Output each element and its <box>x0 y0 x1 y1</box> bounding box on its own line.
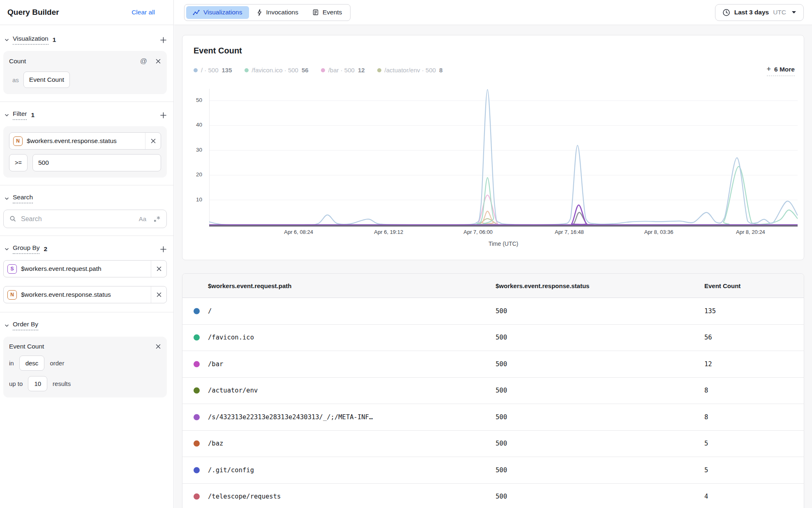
plus-icon: + <box>767 65 771 74</box>
sidebar-header: Query Builder Clear all <box>0 0 173 25</box>
table-row[interactable]: /500135 <box>182 298 804 325</box>
results-table-card: $workers.event.request.path $workers.eve… <box>182 273 804 508</box>
group-by-count: 2 <box>44 245 47 253</box>
time-range-label: Last 3 days <box>734 9 769 16</box>
cell-event-count: 4 <box>704 493 708 500</box>
tab-visualizations[interactable]: Visualizations <box>186 6 249 19</box>
tab-label: Visualizations <box>203 9 242 16</box>
cell-response-status: 500 <box>496 413 507 421</box>
series-color-dot <box>194 467 200 473</box>
group-by-field-1[interactable]: S $workers.event.request.path <box>3 260 167 277</box>
add-visualization-button[interactable] <box>160 37 167 44</box>
series-dot-icon <box>245 68 249 72</box>
search-section-header: Search <box>4 194 167 203</box>
remove-group-by-button[interactable] <box>151 261 166 277</box>
sort-direction-select[interactable]: desc <box>19 356 45 371</box>
order-by-section-header: Order By <box>4 321 167 330</box>
table-row[interactable]: /actuator/env5008 <box>182 378 804 404</box>
time-range-select[interactable]: Last 3 days UTC <box>715 4 804 21</box>
cell-response-status: 500 <box>496 360 507 368</box>
order-by-card: Event Count in desc order up to 10 resul… <box>3 337 167 397</box>
group-by-section-header: Group By 2 <box>4 244 167 254</box>
cell-event-count: 5 <box>704 440 708 447</box>
legend-item[interactable]: /favicon.ico · 50056 <box>245 67 309 74</box>
remove-group-by-button[interactable] <box>151 286 166 303</box>
cell-response-status: 500 <box>496 440 507 447</box>
x-axis-tick: Apr 7, 16:48 <box>555 229 584 235</box>
group-by-field-name: $workers.event.request.path <box>21 265 151 272</box>
chevron-down-icon[interactable] <box>4 323 9 328</box>
x-axis-tick: Apr 8, 20:24 <box>736 229 765 235</box>
table-row[interactable]: /favicon.ico50056 <box>182 325 804 351</box>
sidebar-title: Query Builder <box>7 8 59 17</box>
cell-request-path: /favicon.ico <box>208 334 254 341</box>
remove-filter-field-button[interactable] <box>145 133 161 149</box>
as-label: as <box>12 76 19 83</box>
cell-response-status: 500 <box>496 334 507 341</box>
y-axis-tick: 10 <box>188 196 202 203</box>
tab-events[interactable]: Events <box>306 6 348 19</box>
cell-event-count: 8 <box>704 387 708 394</box>
tab-label: Events <box>323 9 342 16</box>
group-by-field-2[interactable]: N $workers.event.response.status <box>3 286 167 303</box>
y-axis-tick: 30 <box>188 147 202 153</box>
legend-item[interactable]: /bar · 50012 <box>321 67 365 74</box>
chart-line <box>209 90 798 225</box>
x-axis-tick: Apr 8, 03:36 <box>644 229 674 235</box>
chevron-down-icon[interactable] <box>4 196 9 201</box>
table-row[interactable]: /telescope/requests5004 <box>182 484 804 508</box>
legend-item[interactable]: /actuator/env · 5008 <box>377 67 443 74</box>
line-chart-icon <box>193 9 200 16</box>
string-type-badge: S <box>7 264 17 274</box>
column-header-response-status: $workers.event.response.status <box>496 274 589 298</box>
clear-all-button[interactable]: Clear all <box>131 9 155 16</box>
alias-input[interactable]: Event Count <box>23 72 70 88</box>
cell-response-status: 500 <box>496 493 507 500</box>
series-color-dot <box>194 414 200 420</box>
alias-at-icon[interactable]: @ <box>140 57 147 65</box>
table-row[interactable]: /bar50012 <box>182 351 804 378</box>
chevron-down-icon[interactable] <box>4 113 9 118</box>
chart-line <box>209 195 798 225</box>
filter-value-input[interactable]: 500 <box>32 154 161 171</box>
legend-label: / · 500 <box>201 67 219 74</box>
tab-label: Invocations <box>266 9 298 16</box>
tab-invocations[interactable]: Invocations <box>250 6 305 19</box>
section-divider <box>0 185 173 185</box>
table-row[interactable]: /s/432313e22313e28313e2430313/_/;/META-I… <box>182 404 804 431</box>
in-label: in <box>9 360 14 367</box>
clock-icon <box>722 9 730 16</box>
match-case-icon[interactable]: Aa <box>139 215 146 222</box>
order-by-field: Event Count <box>9 343 44 350</box>
y-axis-tick: 20 <box>188 171 202 178</box>
visualization-card: Count @ as Event Count <box>3 51 167 94</box>
remove-visualization-button[interactable] <box>155 58 161 64</box>
add-group-by-button[interactable] <box>160 246 167 253</box>
time-zone-label: UTC <box>773 9 786 16</box>
number-type-badge: N <box>7 290 17 300</box>
x-axis-tick: Apr 6, 19:12 <box>374 229 403 235</box>
chevron-down-icon[interactable] <box>4 247 9 252</box>
table-row[interactable]: /.git/config5005 <box>182 457 804 484</box>
legend-item[interactable]: / · 500135 <box>194 67 232 74</box>
remove-order-by-button[interactable] <box>155 344 161 349</box>
series-color-dot <box>194 441 200 447</box>
group-by-field-name: $workers.event.response.status <box>21 291 151 298</box>
add-filter-button[interactable] <box>160 112 167 119</box>
legend-count: 8 <box>439 67 443 74</box>
visualization-count: 1 <box>53 36 56 44</box>
x-axis-tick: Apr 7, 06:00 <box>464 229 493 235</box>
series-color-dot <box>194 361 200 367</box>
search-input[interactable]: Search Aa <box>3 210 167 228</box>
filter-operator-select[interactable]: >= <box>9 154 28 171</box>
order-by-section-label: Order By <box>13 321 38 330</box>
cell-event-count: 8 <box>704 413 708 421</box>
legend-more-button[interactable]: + 6 More <box>767 65 795 76</box>
table-row[interactable]: /baz5005 <box>182 431 804 457</box>
limit-input[interactable]: 10 <box>28 376 47 391</box>
regex-icon[interactable] <box>153 216 161 222</box>
number-type-badge: N <box>13 136 23 146</box>
chevron-down-icon[interactable] <box>4 37 9 43</box>
filter-field-select[interactable]: N $workers.event.response.status <box>9 132 161 150</box>
series-color-dot <box>194 335 200 341</box>
